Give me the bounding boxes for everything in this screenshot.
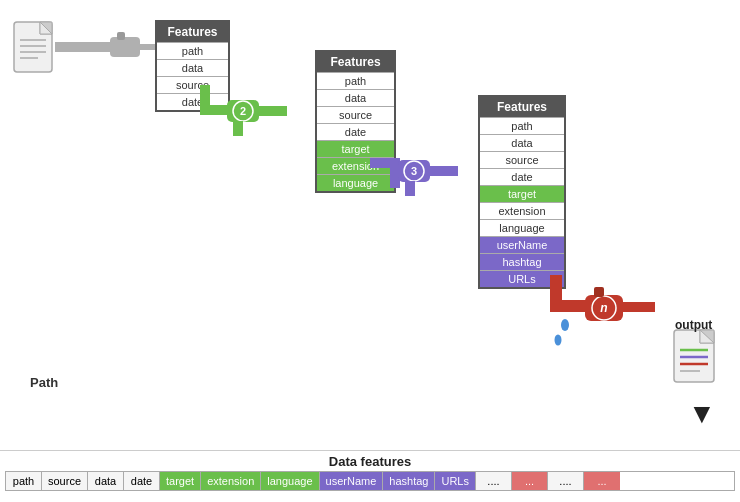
cell-extension: extension [201, 472, 261, 490]
table2-row-date: date [317, 123, 394, 140]
svg-point-33 [555, 335, 562, 346]
svg-rect-17 [233, 121, 243, 136]
pipe-source [55, 32, 165, 65]
svg-text:2: 2 [240, 105, 246, 117]
svg-rect-23 [428, 166, 458, 176]
table1-row-data: data [157, 59, 228, 76]
feature-table-3: Features path data source date target ex… [478, 95, 566, 289]
cell-language: language [261, 472, 319, 490]
cell-urls: URLs [435, 472, 476, 490]
svg-rect-16 [257, 106, 287, 116]
table3-row-date: date [480, 168, 564, 185]
table3-row-hashtag: hashtag [480, 253, 564, 270]
path-label: Path [30, 375, 58, 390]
output-doc-icon [672, 328, 724, 391]
data-bar-title: Data features [0, 451, 740, 471]
table3-header: Features [480, 97, 564, 117]
svg-rect-31 [594, 287, 604, 297]
table1-row-path: path [157, 42, 228, 59]
svg-text:3: 3 [411, 165, 417, 177]
cell-username: userName [320, 472, 384, 490]
cell-date: date [124, 472, 160, 490]
table1-header: Features [157, 22, 228, 42]
cell-data: data [88, 472, 124, 490]
svg-rect-7 [55, 42, 115, 52]
cell-dots1: .... [476, 472, 512, 490]
table2-row-path: path [317, 72, 394, 89]
svg-rect-30 [620, 302, 655, 312]
table2-row-data: data [317, 89, 394, 106]
cell-target: target [160, 472, 201, 490]
table3-row-target: target [480, 185, 564, 202]
table3-row-source: source [480, 151, 564, 168]
output-label: output [675, 318, 712, 332]
table3-row-data: data [480, 134, 564, 151]
table2-header: Features [317, 52, 394, 72]
table3-row-extension: extension [480, 202, 564, 219]
table2-row-source: source [317, 106, 394, 123]
cell-dots2: .... [548, 472, 584, 490]
data-bar: Data features path source data date targ… [0, 450, 740, 502]
svg-point-32 [561, 319, 569, 331]
data-bar-cells: path source data date target extension l… [5, 471, 735, 491]
cell-pink2: ... [584, 472, 620, 490]
table3-row-username: userName [480, 236, 564, 253]
down-arrow: ▼ [688, 398, 716, 430]
cell-pink1: ... [512, 472, 548, 490]
table3-row-language: language [480, 219, 564, 236]
cell-path: path [6, 472, 42, 490]
cell-hashtag: hashtag [383, 472, 435, 490]
cell-source: source [42, 472, 88, 490]
svg-text:n: n [600, 301, 607, 315]
svg-rect-24 [405, 181, 415, 196]
table3-row-path: path [480, 117, 564, 134]
svg-rect-10 [117, 32, 125, 40]
canvas: Features path data source date 2 Feature… [0, 0, 740, 450]
